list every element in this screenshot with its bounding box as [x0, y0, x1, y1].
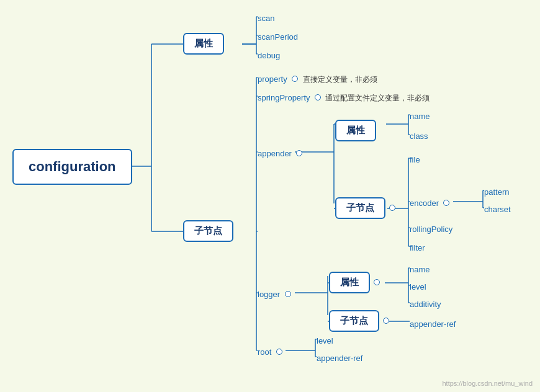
appender-class-node: class: [410, 130, 428, 141]
property-desc: 直接定义变量，非必须: [303, 75, 377, 84]
rolling-policy-node: rollingPolicy: [410, 223, 452, 234]
spring-property-circle-icon: [315, 94, 321, 100]
appender-name-label: name: [410, 112, 430, 121]
appender-children-box: 子节点: [335, 197, 397, 219]
logger-name-node: name: [410, 264, 430, 275]
children-box: 子节点: [183, 220, 233, 242]
appender-children-label: 子节点: [335, 197, 385, 219]
logger-circle-icon: [285, 291, 291, 297]
children-label: 子节点: [183, 220, 233, 242]
logger-level-node: level: [410, 281, 426, 292]
appender-name-node: name: [410, 110, 430, 122]
logger-additivity-label: additivity: [410, 300, 441, 309]
encoder-label: encoder: [410, 198, 439, 208]
pattern-node: pattern: [484, 186, 509, 197]
logger-attr-circle-icon: [374, 279, 380, 285]
logger-node: logger: [258, 288, 293, 300]
appender-children-circle-icon: [389, 205, 395, 211]
file-label: file: [410, 155, 420, 164]
file-node: file: [410, 154, 420, 165]
filter-label: filter: [410, 243, 425, 252]
charset-node: charset: [484, 203, 511, 215]
property-node: property 直接定义变量，非必须: [258, 73, 377, 85]
logger-appender-ref-label: appender-ref: [410, 319, 456, 329]
spring-property-node: springProperty 通过配置文件定义变量，非必须: [258, 92, 430, 104]
root-appender-ref-node: appender-ref: [317, 352, 362, 363]
logger-children-box: 子节点: [329, 310, 391, 332]
scanperiod-label: scanPeriod: [258, 32, 298, 42]
attributes-label: 属性: [183, 33, 224, 55]
appender-label: appender: [258, 149, 292, 158]
rolling-policy-label: rollingPolicy: [410, 225, 452, 234]
root-circle-icon: [276, 349, 282, 355]
property-label: property: [258, 74, 287, 84]
logger-attributes-box: 属性: [329, 272, 382, 293]
logger-children-circle-icon: [383, 318, 389, 324]
logger-children-label: 子节点: [329, 310, 379, 332]
spring-property-desc: 通过配置文件定义变量，非必须: [325, 94, 430, 102]
appender-node: appender: [258, 148, 304, 159]
root-level-label: level: [317, 336, 333, 345]
appender-class-label: class: [410, 131, 428, 141]
logger-attributes-label: 属性: [329, 272, 370, 293]
encoder-circle-icon: [443, 200, 449, 206]
attributes-box: 属性: [183, 33, 224, 55]
filter-node: filter: [410, 242, 425, 253]
charset-label: charset: [484, 205, 511, 214]
scan-label: scan: [258, 14, 274, 23]
pattern-label: pattern: [484, 187, 509, 197]
root-node-elem: root: [258, 346, 284, 357]
root-level-node: level: [317, 335, 333, 346]
watermark: https://blog.csdn.net/mu_wind: [442, 380, 533, 387]
logger-name-label: name: [410, 265, 430, 274]
logger-level-label: level: [410, 282, 426, 292]
encoder-node: encoder: [410, 197, 451, 208]
configuration-label: configuration: [12, 149, 132, 185]
property-circle-icon: [292, 76, 298, 82]
appender-circle-icon: [296, 150, 302, 156]
logger-appender-ref-node: appender-ref: [410, 318, 456, 329]
root-appender-ref-label: appender-ref: [317, 354, 362, 363]
appender-attributes-label: 属性: [335, 120, 376, 141]
spring-property-label: springProperty: [258, 93, 310, 102]
logger-additivity-node: additivity: [410, 298, 441, 310]
root-node: configuration: [12, 149, 132, 185]
scanperiod-node: scanPeriod: [258, 31, 298, 42]
debug-node: debug: [258, 50, 280, 61]
debug-label: debug: [258, 51, 280, 60]
root-label: root: [258, 347, 271, 357]
logger-label: logger: [258, 290, 280, 299]
appender-attributes-box: 属性: [335, 120, 376, 141]
scan-node: scan: [258, 12, 274, 24]
